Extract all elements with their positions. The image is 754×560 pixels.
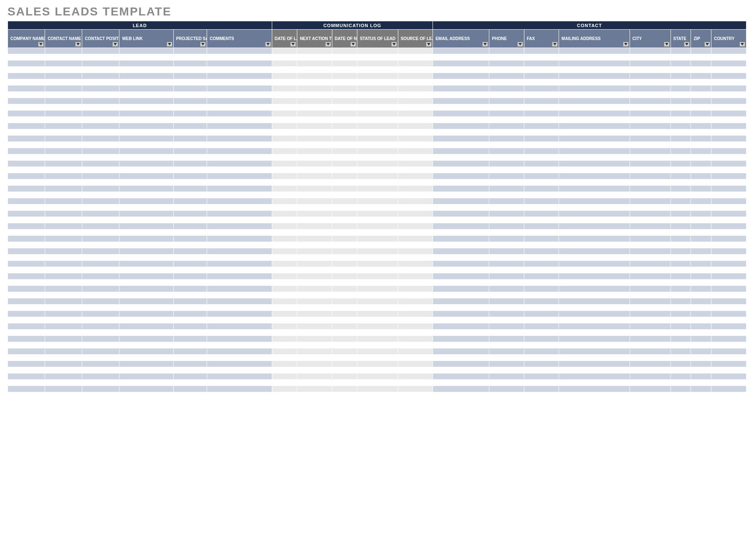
- cell[interactable]: [691, 292, 711, 298]
- cell[interactable]: [489, 92, 524, 98]
- cell[interactable]: [45, 154, 82, 161]
- cell[interactable]: [398, 142, 433, 148]
- cell[interactable]: [297, 61, 332, 67]
- cell[interactable]: [489, 236, 524, 242]
- cell[interactable]: [524, 355, 559, 361]
- cell[interactable]: [357, 167, 398, 173]
- cell[interactable]: [433, 273, 489, 280]
- cell[interactable]: [524, 148, 559, 154]
- cell[interactable]: [119, 305, 173, 311]
- cell[interactable]: [559, 123, 630, 129]
- cell[interactable]: [630, 48, 671, 54]
- cell[interactable]: [398, 255, 433, 261]
- filter-dropdown-icon[interactable]: [112, 42, 118, 47]
- cell[interactable]: [357, 242, 398, 248]
- cell[interactable]: [630, 255, 671, 261]
- cell[interactable]: [357, 179, 398, 186]
- cell[interactable]: [82, 292, 119, 298]
- cell[interactable]: [207, 242, 272, 248]
- cell[interactable]: [559, 98, 630, 104]
- cell[interactable]: [8, 292, 45, 298]
- cell[interactable]: [357, 298, 398, 305]
- cell[interactable]: [524, 292, 559, 298]
- cell[interactable]: [524, 230, 559, 236]
- cell[interactable]: [433, 261, 489, 267]
- cell[interactable]: [332, 348, 357, 355]
- cell[interactable]: [272, 267, 297, 273]
- cell[interactable]: [8, 167, 45, 173]
- cell[interactable]: [272, 129, 297, 136]
- cell[interactable]: [272, 261, 297, 267]
- cell[interactable]: [559, 48, 630, 54]
- cell[interactable]: [630, 392, 671, 399]
- cell[interactable]: [119, 280, 173, 286]
- cell[interactable]: [45, 142, 82, 148]
- cell[interactable]: [711, 292, 746, 298]
- cell[interactable]: [82, 342, 119, 348]
- cell[interactable]: [357, 61, 398, 67]
- cell[interactable]: [524, 111, 559, 117]
- cell[interactable]: [297, 386, 332, 392]
- cell[interactable]: [272, 311, 297, 317]
- cell[interactable]: [119, 186, 173, 192]
- cell[interactable]: [297, 286, 332, 292]
- cell[interactable]: [82, 117, 119, 123]
- column-header[interactable]: WEB LINK: [119, 30, 173, 48]
- cell[interactable]: [207, 392, 272, 399]
- cell[interactable]: [82, 154, 119, 161]
- cell[interactable]: [297, 217, 332, 223]
- cell[interactable]: [489, 192, 524, 198]
- cell[interactable]: [711, 236, 746, 242]
- cell[interactable]: [524, 336, 559, 342]
- cell[interactable]: [8, 267, 45, 273]
- column-header[interactable]: STATUS OF LEAD: [357, 30, 398, 48]
- cell[interactable]: [332, 342, 357, 348]
- cell[interactable]: [173, 167, 207, 173]
- cell[interactable]: [207, 386, 272, 392]
- cell[interactable]: [82, 298, 119, 305]
- cell[interactable]: [82, 223, 119, 230]
- cell[interactable]: [173, 223, 207, 230]
- column-header[interactable]: PHONE: [489, 30, 524, 48]
- cell[interactable]: [711, 161, 746, 167]
- cell[interactable]: [82, 79, 119, 86]
- cell[interactable]: [524, 123, 559, 129]
- cell[interactable]: [489, 286, 524, 292]
- cell[interactable]: [173, 255, 207, 261]
- cell[interactable]: [711, 142, 746, 148]
- cell[interactable]: [45, 348, 82, 355]
- cell[interactable]: [272, 204, 297, 211]
- cell[interactable]: [691, 386, 711, 392]
- cell[interactable]: [82, 361, 119, 367]
- cell[interactable]: [524, 142, 559, 148]
- cell[interactable]: [357, 386, 398, 392]
- cell[interactable]: [173, 361, 207, 367]
- cell[interactable]: [398, 367, 433, 373]
- cell[interactable]: [489, 198, 524, 204]
- cell[interactable]: [711, 255, 746, 261]
- cell[interactable]: [332, 142, 357, 148]
- cell[interactable]: [8, 48, 45, 54]
- cell[interactable]: [332, 86, 357, 92]
- cell[interactable]: [711, 67, 746, 73]
- cell[interactable]: [398, 217, 433, 223]
- cell[interactable]: [691, 92, 711, 98]
- cell[interactable]: [559, 211, 630, 217]
- cell[interactable]: [559, 286, 630, 292]
- cell[interactable]: [630, 173, 671, 179]
- cell[interactable]: [671, 154, 691, 161]
- cell[interactable]: [559, 92, 630, 98]
- cell[interactable]: [207, 73, 272, 79]
- cell[interactable]: [272, 67, 297, 73]
- cell[interactable]: [8, 73, 45, 79]
- cell[interactable]: [207, 186, 272, 192]
- cell[interactable]: [119, 286, 173, 292]
- cell[interactable]: [173, 355, 207, 361]
- cell[interactable]: [8, 367, 45, 373]
- column-header[interactable]: CITY: [630, 30, 671, 48]
- cell[interactable]: [332, 204, 357, 211]
- cell[interactable]: [489, 267, 524, 273]
- cell[interactable]: [671, 161, 691, 167]
- cell[interactable]: [630, 67, 671, 73]
- cell[interactable]: [691, 380, 711, 386]
